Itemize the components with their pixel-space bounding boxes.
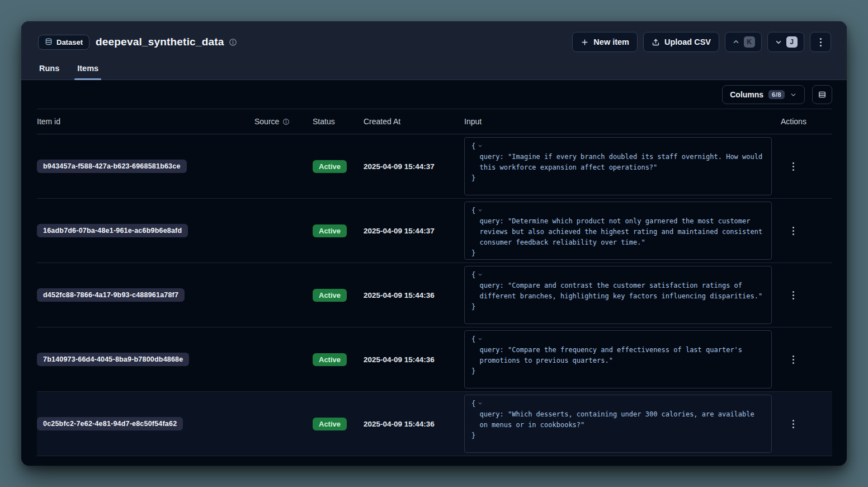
- column-header-status: Status: [313, 117, 364, 126]
- dataset-badge-label: Dataset: [56, 38, 83, 46]
- created-at-value: 2025-04-09 15:44:36: [364, 355, 435, 364]
- item-id-chip[interactable]: b943457a-f588-427a-b623-6968581b63ce: [37, 160, 187, 173]
- json-key: query:: [479, 153, 503, 161]
- column-header-item-id: Item id: [37, 117, 254, 126]
- table-toolbar: Columns 6/8: [21, 80, 847, 109]
- header-kebab-menu-button[interactable]: [810, 32, 831, 52]
- table-row[interactable]: b943457a-f588-427a-b623-6968581b63ce Act…: [37, 134, 832, 199]
- expand-chevron-icon[interactable]: [477, 207, 483, 213]
- json-key: query:: [479, 282, 503, 289]
- previous-item-button[interactable]: K: [725, 32, 762, 52]
- row-actions-menu-button[interactable]: [785, 223, 801, 238]
- created-at-cell: 2025-04-09 15:44:36: [364, 290, 464, 300]
- table-body: b943457a-f588-427a-b623-6968581b63ce Act…: [37, 134, 832, 456]
- created-at-cell: 2025-04-09 15:44:37: [364, 226, 464, 236]
- row-actions-menu-button[interactable]: [785, 352, 801, 367]
- table-header-row: Item id Source Status Created At Input A…: [37, 109, 832, 134]
- kbd-j-badge: J: [786, 36, 798, 48]
- page-title: deepeval_synthetic_data: [96, 36, 224, 48]
- json-key: query:: [479, 217, 503, 225]
- json-query-value: Compare the frequency and effectiveness …: [479, 346, 746, 364]
- actions-cell: [781, 223, 832, 238]
- created-at-value: 2025-04-09 15:44:36: [364, 291, 435, 299]
- input-cell: { query: Determine which product not onl…: [464, 202, 781, 260]
- chevron-down-icon: [775, 38, 782, 46]
- items-table: Item id Source Status Created At Input A…: [21, 109, 847, 456]
- kbd-k-badge: K: [744, 36, 755, 48]
- columns-label: Columns: [730, 90, 763, 99]
- status-cell: Active: [313, 160, 364, 173]
- actions-cell: [781, 287, 832, 303]
- chevron-up-icon: [732, 38, 740, 46]
- row-actions-menu-button[interactable]: [785, 287, 801, 303]
- kebab-icon: [792, 162, 794, 171]
- column-header-source: Source: [254, 117, 313, 126]
- column-header-created-at: Created At: [364, 117, 464, 126]
- item-id-chip[interactable]: 7b140973-66d4-4045-8ba9-b7800db4868e: [37, 353, 189, 366]
- status-badge: Active: [313, 353, 347, 366]
- kebab-icon: [792, 420, 794, 428]
- status-badge: Active: [313, 224, 347, 237]
- column-header-input: Input: [464, 117, 781, 126]
- input-json-preview[interactable]: { query: Compare and contrast the custom…: [464, 266, 772, 324]
- item-id-cell: b943457a-f588-427a-b623-6968581b63ce: [37, 160, 254, 173]
- table-row[interactable]: 16adb7d6-07ba-48e1-961e-ac6b9b6e8afd Act…: [37, 199, 832, 263]
- tab-runs[interactable]: Runs: [38, 57, 60, 79]
- created-at-value: 2025-04-09 15:44:37: [364, 227, 435, 235]
- status-cell: Active: [313, 289, 364, 302]
- json-key: query:: [479, 410, 503, 418]
- item-id-chip[interactable]: d452fc88-7866-4a17-9b93-c488961a78f7: [37, 288, 185, 302]
- actions-cell: [781, 352, 832, 367]
- expand-chevron-icon[interactable]: [477, 400, 483, 406]
- created-at-cell: 2025-04-09 15:44:36: [364, 419, 464, 429]
- columns-button[interactable]: Columns 6/8: [722, 85, 805, 104]
- status-badge: Active: [313, 289, 347, 302]
- created-at-value: 2025-04-09 15:44:37: [364, 162, 435, 171]
- input-cell: { query: Compare the frequency and effec…: [464, 330, 781, 388]
- input-cell: { query: Which desserts, containing unde…: [464, 395, 781, 453]
- chevron-down-icon: [790, 91, 797, 99]
- input-json-preview[interactable]: { query: Compare the frequency and effec…: [464, 330, 772, 388]
- new-item-button[interactable]: New item: [572, 32, 638, 52]
- status-badge: Active: [313, 160, 347, 173]
- row-actions-menu-button[interactable]: [785, 416, 801, 432]
- json-query-value: Determine which product not only garnere…: [479, 217, 766, 246]
- item-id-chip[interactable]: 16adb7d6-07ba-48e1-961e-ac6b9b6e8afd: [37, 224, 188, 237]
- status-cell: Active: [313, 224, 364, 237]
- upload-icon: [652, 38, 660, 46]
- row-height-button[interactable]: [812, 85, 832, 104]
- expand-chevron-icon[interactable]: [477, 271, 483, 278]
- json-query-value: Which desserts, containing under 300 cal…: [479, 410, 758, 429]
- status-badge: Active: [313, 418, 347, 430]
- json-key: query:: [479, 346, 503, 354]
- next-item-button[interactable]: J: [767, 32, 804, 52]
- expand-chevron-icon[interactable]: [477, 336, 483, 342]
- upload-csv-button[interactable]: Upload CSV: [643, 32, 719, 52]
- row-actions-menu-button[interactable]: [785, 158, 801, 174]
- table-rows-icon: [818, 90, 827, 99]
- item-id-cell: d452fc88-7866-4a17-9b93-c488961a78f7: [37, 288, 254, 302]
- input-json-preview[interactable]: { query: Determine which product not onl…: [464, 202, 772, 260]
- table-row[interactable]: d452fc88-7866-4a17-9b93-c488961a78f7 Act…: [37, 263, 832, 327]
- item-id-cell: 7b140973-66d4-4045-8ba9-b7800db4868e: [37, 353, 254, 366]
- json-query-value: Imagine if every branch doubled its staf…: [479, 153, 766, 171]
- expand-chevron-icon[interactable]: [477, 143, 483, 149]
- status-cell: Active: [313, 418, 364, 430]
- upload-csv-label: Upload CSV: [664, 38, 711, 46]
- dataset-badge[interactable]: Dataset: [38, 35, 89, 50]
- tab-items[interactable]: Items: [76, 57, 100, 79]
- tabs-bar: Runs Items: [38, 57, 831, 79]
- table-row[interactable]: 7b140973-66d4-4045-8ba9-b7800db4868e Act…: [37, 327, 832, 392]
- info-icon[interactable]: [282, 118, 290, 125]
- table-row[interactable]: 0c25bfc2-7e62-4e81-94d7-e8c50f54fa62 Act…: [37, 392, 832, 456]
- input-json-preview[interactable]: { query: Imagine if every branch doubled…: [464, 137, 772, 195]
- kebab-icon: [792, 291, 794, 299]
- created-at-cell: 2025-04-09 15:44:36: [364, 354, 464, 364]
- columns-count-badge: 6/8: [768, 90, 785, 99]
- window-header: Dataset deepeval_synthetic_data New item…: [21, 21, 847, 80]
- info-icon[interactable]: [229, 38, 237, 46]
- item-id-chip[interactable]: 0c25bfc2-7e62-4e81-94d7-e8c50f54fa62: [37, 417, 183, 430]
- input-json-preview[interactable]: { query: Which desserts, containing unde…: [464, 395, 772, 453]
- kebab-icon: [792, 355, 794, 364]
- new-item-label: New item: [593, 38, 629, 46]
